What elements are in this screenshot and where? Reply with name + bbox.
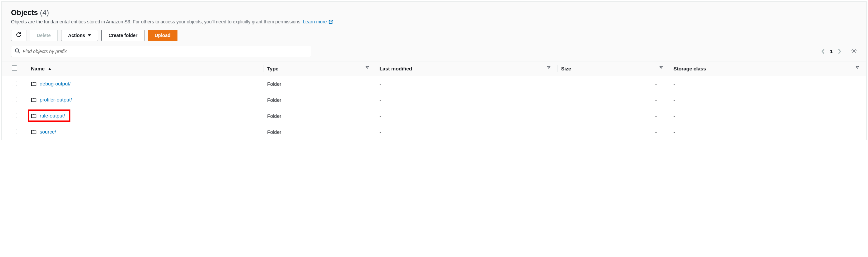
table-row: debug-output/ Folder - - - [2,76,866,92]
page-title: Objects (4) [11,8,857,17]
column-type[interactable]: Type [267,66,279,72]
learn-more-link[interactable]: Learn more [303,19,333,24]
prev-page-button[interactable] [821,48,825,54]
type-cell: Folder [264,92,376,108]
pagination: 1 [821,47,857,56]
object-name-cell: profiler-output/ [31,97,72,103]
divider [846,47,846,56]
subtitle: Objects are the fundamental entities sto… [11,19,857,25]
object-name-cell: rule-output/ [28,110,70,122]
type-cell: Folder [264,76,376,92]
last-modified-cell: - [376,92,558,108]
folder-icon [31,97,36,102]
search-row: 1 [11,46,857,57]
last-modified-cell: - [376,124,558,140]
filter-icon[interactable] [659,66,663,69]
svg-point-0 [16,49,19,52]
table-row: rule-output/ Folder - - - [2,108,866,124]
folder-icon [31,113,36,118]
type-cell: Folder [264,124,376,140]
last-modified-cell: - [376,76,558,92]
storage-class-cell: - [670,76,866,92]
size-cell: - [558,108,670,124]
title-text: Objects [11,8,38,17]
filter-icon[interactable] [547,66,551,69]
row-checkbox[interactable] [12,129,17,134]
object-link[interactable]: source/ [40,129,56,135]
svg-point-1 [853,50,855,52]
panel-header: Objects (4) Objects are the fundamental … [2,2,866,61]
storage-class-cell: - [670,124,866,140]
sort-asc-icon[interactable] [48,67,51,71]
table-row: source/ Folder - - - [2,124,866,140]
storage-class-cell: - [670,108,866,124]
settings-button[interactable] [851,48,857,55]
objects-table: Name Type Last modified [2,61,866,140]
size-cell: - [558,76,670,92]
table-header-row: Name Type Last modified [2,61,866,76]
table-row: profiler-output/ Folder - - - [2,92,866,108]
size-cell: - [558,92,670,108]
subtitle-text: Objects are the fundamental entities sto… [11,19,303,24]
storage-class-cell: - [670,92,866,108]
object-link[interactable]: rule-output/ [40,113,65,118]
row-checkbox[interactable] [12,97,17,102]
object-link[interactable]: profiler-output/ [40,97,72,103]
external-link-icon [329,19,333,25]
row-checkbox[interactable] [12,113,17,118]
filter-icon[interactable] [856,66,859,69]
size-cell: - [558,124,670,140]
column-name[interactable]: Name [31,66,45,72]
folder-icon [31,81,36,86]
object-count: (4) [40,8,49,17]
filter-icon[interactable] [366,66,369,69]
object-link[interactable]: debug-output/ [40,81,71,86]
column-size[interactable]: Size [561,66,571,72]
object-name-cell: debug-output/ [31,81,71,86]
search-icon [15,48,20,54]
toolbar: Delete Actions Create folder Upload [11,30,857,41]
last-modified-cell: - [376,108,558,124]
search-box[interactable] [11,46,311,57]
objects-panel: Objects (4) Objects are the fundamental … [1,1,867,140]
select-all-checkbox[interactable] [12,65,17,71]
upload-button[interactable]: Upload [148,30,178,41]
refresh-button[interactable] [11,30,26,41]
search-input[interactable] [23,49,308,54]
refresh-icon [16,32,21,38]
type-cell: Folder [264,108,376,124]
page-number: 1 [830,48,833,54]
delete-button: Delete [30,30,58,41]
column-storage-class[interactable]: Storage class [674,66,706,72]
next-page-button[interactable] [837,48,841,54]
column-last-modified[interactable]: Last modified [380,66,412,72]
create-folder-button[interactable]: Create folder [101,30,144,41]
learn-more-text: Learn more [303,19,327,24]
actions-button[interactable]: Actions [61,30,98,41]
object-name-cell: source/ [31,129,56,135]
folder-icon [31,130,36,134]
actions-label: Actions [68,33,85,38]
caret-down-icon [88,34,91,36]
row-checkbox[interactable] [12,81,17,86]
